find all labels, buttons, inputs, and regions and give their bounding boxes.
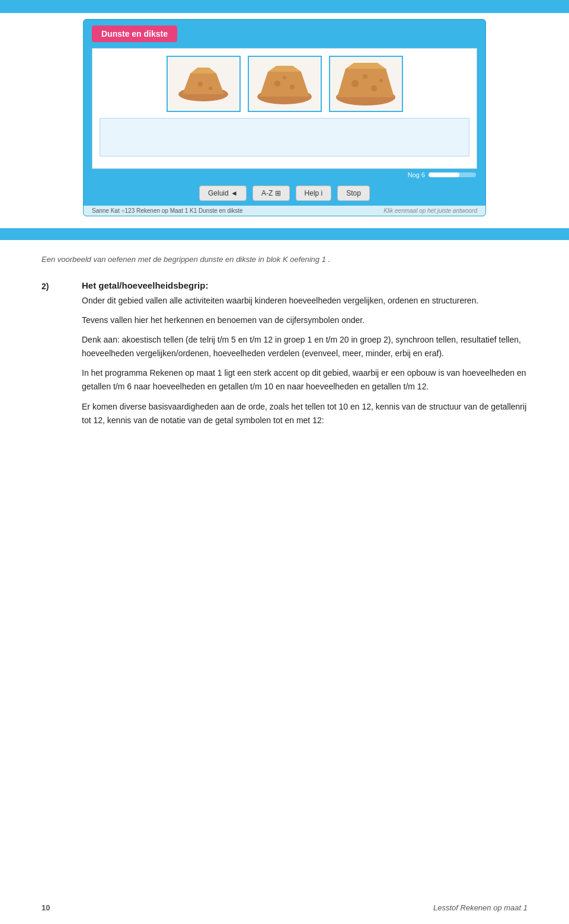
app-window: Dunste en dikste <box>83 19 486 216</box>
svg-point-9 <box>290 85 295 89</box>
cheese-image-1[interactable] <box>167 56 241 112</box>
section-p4: In het programma Rekenen op maat 1 ligt … <box>82 366 528 394</box>
progress-bar-outer <box>429 172 476 177</box>
cheese-images-row <box>100 56 469 112</box>
svg-marker-7 <box>268 66 301 72</box>
caption: Een voorbeeld van oefenen met de begripp… <box>41 255 528 264</box>
svg-point-10 <box>283 76 286 79</box>
status-right: Klik eenmaal op het juiste antwoord <box>383 207 477 214</box>
svg-marker-6 <box>260 72 309 97</box>
stop-button[interactable]: Stop <box>337 186 370 201</box>
section-body: Het getal/hoeveelheidsbegrip: Onder dit … <box>82 280 528 433</box>
cheese-image-3[interactable] <box>329 56 403 112</box>
svg-point-4 <box>209 87 212 90</box>
section-2: 2) Het getal/hoeveelheidsbegrip: Onder d… <box>41 280 528 433</box>
help-button[interactable]: Help i <box>296 186 332 201</box>
cheese-image-2[interactable] <box>248 56 322 112</box>
footer-title: Lesstof Rekenen op maat 1 <box>433 903 528 912</box>
button-bar: Geluid ◄ A-Z ⊞ Help i Stop <box>84 181 485 206</box>
section-p2: Tevens vallen hier het herkennen en beno… <box>82 314 528 327</box>
svg-point-14 <box>351 80 359 87</box>
cheese-svg-1 <box>174 62 233 106</box>
svg-marker-13 <box>346 63 386 69</box>
sound-button[interactable]: Geluid ◄ <box>199 186 247 201</box>
cheese-svg-3 <box>333 60 399 108</box>
progress-label: Nog 6 <box>408 171 425 178</box>
az-button[interactable]: A-Z ⊞ <box>252 186 290 201</box>
progress-row: Nog 6 <box>84 169 485 181</box>
page-footer: 10 Lesstof Rekenen op maat 1 <box>0 903 569 912</box>
progress-bar-inner <box>429 172 459 177</box>
svg-point-17 <box>379 79 383 82</box>
app-title-bar: Dunste en dikste <box>92 25 177 42</box>
section-title: Het getal/hoeveelheidsbegrip: <box>82 280 528 290</box>
page-content: Een voorbeeld van oefenen met de begripp… <box>0 240 569 481</box>
status-bar: Sanne Kat ○123 Rekenen op Maat 1 K1 Duns… <box>84 206 485 216</box>
svg-point-8 <box>274 81 280 87</box>
svg-marker-1 <box>183 73 224 94</box>
status-left: Sanne Kat ○123 Rekenen op Maat 1 K1 Duns… <box>92 207 243 214</box>
section-p5: Er komen diverse basisvaardigheden aan d… <box>82 400 528 427</box>
section-p3: Denk aan: akoestisch tellen (de telrij t… <box>82 333 528 360</box>
svg-marker-12 <box>337 69 394 97</box>
cheese-svg-2 <box>254 61 316 107</box>
answer-area[interactable] <box>100 118 469 156</box>
svg-point-16 <box>363 74 367 79</box>
svg-point-3 <box>198 82 203 87</box>
section-p1: Onder dit gebied vallen alle activiteite… <box>82 294 528 308</box>
footer-page-number: 10 <box>41 903 50 912</box>
svg-point-15 <box>371 85 377 91</box>
section-number: 2) <box>41 280 68 433</box>
svg-marker-2 <box>190 68 216 73</box>
